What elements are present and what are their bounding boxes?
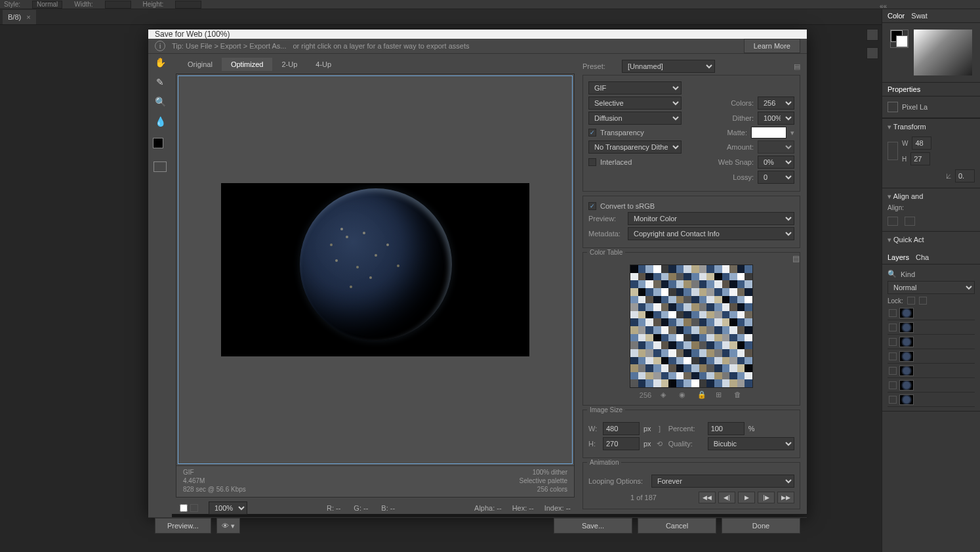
link-icon[interactable]: ] [655, 425, 664, 433]
lossy-select[interactable]: 0 [758, 171, 794, 184]
prev-frame-button[interactable]: ◀| [718, 492, 735, 503]
lock-position-icon[interactable] [919, 297, 927, 305]
width-input[interactable] [912, 137, 931, 150]
play-button[interactable]: ▶ [738, 492, 755, 503]
srgb-checkbox[interactable]: ✓ [588, 202, 596, 210]
matte-color[interactable] [751, 127, 786, 138]
height-input[interactable] [603, 437, 640, 450]
preview-select[interactable]: Monitor Color [628, 212, 794, 225]
last-frame-button[interactable]: ▶▶ [777, 492, 794, 503]
status-format: GIF [183, 469, 246, 476]
browser-preview-dropdown[interactable]: 👁 ▾ [216, 518, 240, 534]
ct-icon[interactable]: ◈ [661, 391, 670, 400]
trash-icon[interactable]: 🗑 [734, 391, 743, 400]
tab-4up[interactable]: 4-Up [306, 58, 340, 71]
width-input[interactable] [603, 422, 640, 435]
visibility-icon[interactable] [889, 367, 897, 375]
layer-row[interactable] [888, 306, 975, 320]
transparency-checkbox[interactable]: ✓ [588, 129, 596, 137]
align-heading[interactable]: Align and [888, 192, 975, 201]
properties-tab[interactable]: Properties [888, 85, 920, 93]
preview-canvas[interactable] [178, 75, 573, 464]
align-center-icon[interactable] [905, 217, 915, 226]
style-dropdown[interactable]: Normal [32, 1, 62, 9]
loop-select[interactable]: Forever [651, 475, 794, 488]
tab-original[interactable]: Original [178, 58, 222, 71]
tab-optimized[interactable]: Optimized [222, 58, 273, 71]
dither-value-select[interactable]: 100% [758, 112, 794, 125]
layer-row[interactable] [888, 349, 975, 364]
layer-row[interactable] [888, 320, 975, 335]
next-frame-button[interactable]: |▶ [758, 492, 775, 503]
align-left-icon[interactable] [888, 217, 898, 226]
link-icon[interactable] [888, 142, 898, 160]
preview-checkbox-2[interactable] [190, 504, 198, 512]
height-field[interactable] [175, 1, 201, 9]
eyedropper-icon[interactable]: 💧 [153, 114, 167, 129]
percent-input[interactable] [708, 422, 745, 435]
eyedropper-color[interactable] [153, 138, 167, 152]
quality-select[interactable]: Bicubic [708, 437, 794, 450]
preview-button[interactable]: Preview... [155, 518, 211, 534]
transform-heading[interactable]: Transform [888, 123, 975, 131]
visibility-icon[interactable] [889, 338, 897, 346]
websnap-select[interactable]: 0% [758, 156, 794, 169]
swatches-tab[interactable]: Swat [911, 12, 927, 20]
zoom-tool-icon[interactable]: 🔍 [153, 95, 167, 109]
interlaced-checkbox[interactable] [588, 158, 596, 166]
transparency-dither-select[interactable]: No Transparency Dither [588, 140, 682, 154]
channels-tab[interactable]: Cha [916, 253, 929, 261]
cancel-button[interactable]: Cancel [638, 518, 716, 534]
panel-icon[interactable] [867, 47, 878, 59]
preview-checkbox[interactable] [180, 504, 188, 512]
first-frame-button[interactable]: ◀◀ [699, 492, 716, 503]
ct-icon[interactable]: ◉ [679, 391, 688, 400]
colortable-menu-icon[interactable]: ▤ [792, 254, 798, 263]
visibility-icon[interactable] [889, 352, 897, 360]
done-button[interactable]: Done [722, 518, 800, 534]
dither-method-select[interactable]: Diffusion [588, 112, 682, 125]
save-button[interactable]: Save... [554, 518, 632, 534]
zoom-select[interactable]: 100% [209, 501, 247, 515]
readout-index: Index: -- [544, 504, 571, 512]
metadata-select[interactable]: Copyright and Contact Info [628, 227, 794, 240]
colors-select[interactable]: 256 [758, 96, 794, 110]
preset-select[interactable]: [Unnamed] [622, 60, 715, 73]
layers-tab[interactable]: Layers [888, 253, 909, 261]
format-select[interactable]: GIF [588, 81, 682, 95]
new-icon[interactable]: ⊞ [716, 391, 725, 400]
layer-row[interactable] [888, 378, 975, 393]
hand-tool-icon[interactable]: ✋ [153, 55, 167, 70]
dialog-titlebar[interactable]: Save for Web (100%) [148, 30, 807, 39]
height-input[interactable] [910, 152, 930, 165]
color-table-grid[interactable] [630, 265, 753, 388]
visibility-icon[interactable] [889, 324, 897, 331]
preset-menu-icon[interactable]: ▤ [794, 62, 800, 71]
blend-mode-select[interactable]: Normal [888, 281, 975, 294]
websnap-label: Web Snap: [716, 158, 754, 166]
color-ramp[interactable] [914, 30, 972, 75]
width-field[interactable] [105, 1, 131, 9]
quick-heading[interactable]: Quick Act [888, 236, 975, 244]
document-tab[interactable]: B/8) × [3, 10, 36, 24]
lock-icon[interactable]: 🔒 [697, 391, 706, 400]
animation-group: Animation Looping Options: Forever 1 of … [582, 462, 800, 509]
reduction-select[interactable]: Selective [588, 96, 682, 110]
visibility-icon[interactable] [889, 396, 897, 404]
fg-bg-swatch[interactable] [890, 30, 909, 48]
tab-2up[interactable]: 2-Up [272, 58, 306, 71]
learn-more-button[interactable]: Learn More [744, 39, 800, 53]
layer-row[interactable] [888, 393, 975, 407]
visibility-icon[interactable] [889, 309, 897, 317]
color-tab[interactable]: Color [888, 12, 905, 20]
layer-row[interactable] [888, 335, 975, 349]
lock-pixels-icon[interactable] [907, 297, 915, 305]
layer-row[interactable] [888, 364, 975, 378]
link-icon[interactable]: ⟲ [655, 440, 664, 448]
slice-select-icon[interactable]: ✎ [153, 75, 167, 89]
toggle-slices-icon[interactable] [153, 161, 167, 172]
close-icon[interactable]: × [26, 13, 30, 21]
angle-input[interactable] [955, 169, 975, 182]
visibility-icon[interactable] [889, 381, 897, 389]
panel-icon[interactable] [867, 29, 878, 41]
